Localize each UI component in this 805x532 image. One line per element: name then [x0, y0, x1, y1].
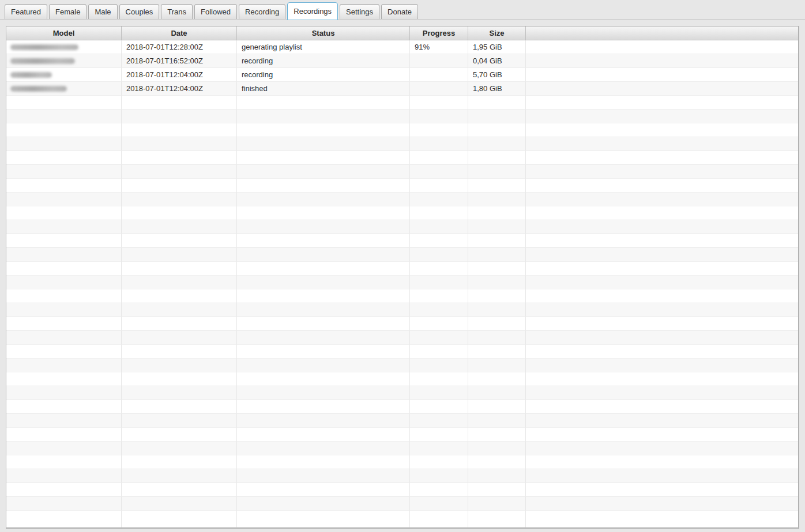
cell-model: [6, 345, 122, 359]
cell-model: [6, 248, 122, 262]
cell-status: [237, 317, 410, 331]
cell-date: [122, 303, 237, 317]
cell-progress: [410, 54, 468, 68]
cell-extra: [526, 414, 798, 428]
tab-recording[interactable]: Recording: [239, 4, 285, 19]
cell-size: [468, 206, 526, 220]
table-row[interactable]: 2018-07-01T16:52:00Zrecording0,04 GiB: [6, 54, 798, 68]
cell-progress: [410, 151, 468, 165]
censored-model-name: [10, 86, 67, 92]
tab-male[interactable]: Male: [88, 4, 117, 19]
cell-progress: [410, 483, 468, 497]
cell-extra: [526, 497, 798, 511]
cell-progress: [410, 359, 468, 372]
tab-female[interactable]: Female: [49, 4, 86, 19]
cell-extra: [526, 220, 798, 234]
column-header-size[interactable]: Size: [468, 27, 526, 40]
cell-extra: [526, 248, 798, 262]
empty-table-row: [6, 206, 798, 220]
cell-progress: [410, 123, 468, 137]
empty-table-row: [6, 317, 798, 331]
cell-status: [237, 455, 410, 469]
column-header-status[interactable]: Status: [237, 27, 410, 40]
cell-extra: [526, 262, 798, 276]
cell-status: [237, 165, 410, 179]
cell-progress: [410, 497, 468, 511]
cell-status: [237, 123, 410, 137]
empty-table-row: [6, 359, 798, 372]
cell-progress: [410, 193, 468, 206]
cell-date: [122, 123, 237, 137]
cell-size: 1,80 GiB: [468, 82, 526, 96]
table-row[interactable]: 2018-07-01T12:04:00Zrecording5,70 GiB: [6, 68, 798, 82]
cell-model: [6, 400, 122, 414]
cell-model: [6, 110, 122, 123]
cell-progress: [410, 68, 468, 82]
censored-model-name: [10, 58, 75, 64]
column-header-progress[interactable]: Progress: [410, 27, 468, 40]
empty-table-row: [6, 372, 798, 386]
tab-trans[interactable]: Trans: [161, 4, 193, 19]
column-header-date[interactable]: Date: [122, 27, 237, 40]
cell-extra: [526, 483, 798, 497]
empty-table-row: [6, 469, 798, 483]
cell-progress: [410, 234, 468, 248]
cell-status: [237, 110, 410, 123]
empty-table-row: [6, 289, 798, 303]
empty-table-row: [6, 193, 798, 206]
column-header-extra: [526, 27, 798, 40]
cell-date: [122, 331, 237, 345]
tab-featured[interactable]: Featured: [5, 4, 47, 19]
cell-extra: [526, 151, 798, 165]
cell-model: [6, 317, 122, 331]
cell-size: [468, 442, 526, 455]
cell-model: [6, 331, 122, 345]
cell-status: [237, 414, 410, 428]
cell-date: 2018-07-01T12:04:00Z: [122, 82, 237, 96]
cell-progress: [410, 317, 468, 331]
cell-progress: [410, 372, 468, 386]
tab-donate[interactable]: Donate: [381, 4, 418, 19]
cell-extra: [526, 345, 798, 359]
cell-size: [468, 483, 526, 497]
table-body: 2018-07-01T12:28:00Zgenerating playlist9…: [6, 40, 798, 527]
cell-date: [122, 483, 237, 497]
cell-size: [468, 400, 526, 414]
column-header-model[interactable]: Model: [6, 27, 122, 40]
table-row[interactable]: 2018-07-01T12:28:00Zgenerating playlist9…: [6, 40, 798, 54]
tab-followed[interactable]: Followed: [194, 4, 237, 19]
table-row[interactable]: 2018-07-01T12:04:00Zfinished1,80 GiB: [6, 82, 798, 96]
cell-extra: [526, 193, 798, 206]
cell-date: 2018-07-01T12:04:00Z: [122, 68, 237, 82]
cell-extra: [526, 54, 798, 68]
cell-progress: [410, 220, 468, 234]
cell-date: [122, 317, 237, 331]
cell-date: [122, 96, 237, 110]
cell-progress: [410, 96, 468, 110]
cell-extra: [526, 511, 798, 527]
empty-table-row: [6, 137, 798, 151]
cell-status: [237, 469, 410, 483]
cell-extra: [526, 386, 798, 400]
cell-size: 0,04 GiB: [468, 54, 526, 68]
tab-recordings[interactable]: Recordings: [287, 2, 338, 20]
cell-model: [6, 123, 122, 137]
cell-progress: [410, 428, 468, 442]
cell-size: [468, 96, 526, 110]
empty-table-row: [6, 386, 798, 400]
cell-progress: [410, 137, 468, 151]
tab-couples[interactable]: Couples: [119, 4, 160, 19]
cell-size: [468, 455, 526, 469]
tab-settings[interactable]: Settings: [340, 4, 379, 19]
cell-date: [122, 442, 237, 455]
cell-size: [468, 193, 526, 206]
cell-model: [6, 455, 122, 469]
cell-model: [6, 234, 122, 248]
cell-status: [237, 206, 410, 220]
empty-table-row: [6, 442, 798, 455]
cell-progress: [410, 179, 468, 193]
cell-model: [6, 220, 122, 234]
cell-status: [237, 193, 410, 206]
cell-model: [6, 276, 122, 289]
cell-date: [122, 386, 237, 400]
